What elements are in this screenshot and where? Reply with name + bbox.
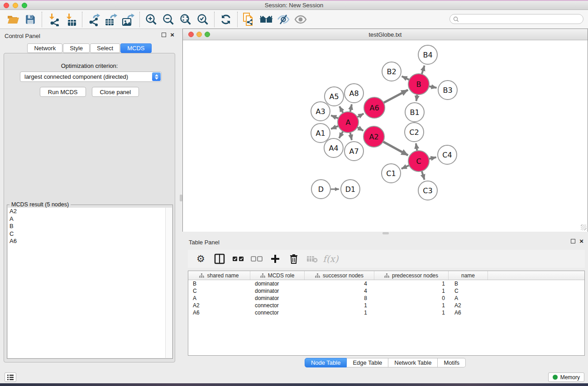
table-cell[interactable]: A bbox=[449, 295, 488, 302]
graph-edge-B-B2[interactable] bbox=[402, 76, 410, 81]
graph-node-C[interactable]: C bbox=[408, 151, 429, 172]
delete-table-button[interactable] bbox=[304, 251, 320, 267]
table-cell[interactable]: 8 bbox=[305, 295, 374, 302]
export-image-button[interactable] bbox=[120, 11, 137, 28]
table-cell[interactable]: connector bbox=[250, 302, 305, 309]
add-column-button[interactable] bbox=[267, 251, 283, 267]
mcds-result-item[interactable]: A bbox=[8, 215, 165, 223]
table-cell[interactable]: 1 bbox=[374, 302, 449, 309]
column-browser-button[interactable] bbox=[211, 251, 228, 267]
optimization-criterion-dropdown[interactable]: largest connected component (directed) bbox=[20, 71, 162, 82]
tab-style[interactable]: Style bbox=[63, 43, 90, 53]
open-session-home-button[interactable] bbox=[258, 11, 275, 28]
table-row[interactable]: Cdominator41C bbox=[188, 287, 584, 295]
table-cell[interactable]: C bbox=[449, 287, 488, 295]
run-mcds-button[interactable]: Run MCDS bbox=[40, 87, 86, 97]
graph-node-C1[interactable]: C1 bbox=[382, 164, 401, 183]
result-list-scrollbar[interactable] bbox=[165, 208, 172, 358]
horizontal-split-handle[interactable] bbox=[382, 232, 389, 234]
mcds-result-item[interactable]: C bbox=[8, 230, 165, 238]
graph-node-C3[interactable]: C3 bbox=[418, 181, 437, 200]
zoom-fit-button[interactable] bbox=[177, 11, 194, 28]
table-cell[interactable]: A6 bbox=[188, 309, 250, 316]
graph-node-A3[interactable]: A3 bbox=[311, 102, 330, 121]
close-panel-icon[interactable]: × bbox=[170, 33, 174, 37]
table-row[interactable]: Adominator80A bbox=[188, 295, 584, 302]
column-header-predecessor-nodes[interactable]: predecessor nodes bbox=[374, 271, 449, 280]
graph-node-A6[interactable]: A6 bbox=[364, 97, 385, 118]
graph-node-A5[interactable]: A5 bbox=[325, 87, 344, 106]
import-table-button[interactable] bbox=[62, 11, 79, 28]
graph-node-B2[interactable]: B2 bbox=[382, 62, 401, 81]
column-header-shared-name[interactable]: shared name bbox=[188, 271, 250, 280]
graph-node-B4[interactable]: B4 bbox=[418, 45, 437, 64]
graph-node-A7[interactable]: A7 bbox=[344, 142, 363, 161]
table-row[interactable]: Bdominator41B bbox=[188, 280, 584, 287]
table-cell[interactable]: A2 bbox=[449, 302, 488, 309]
unselect-all-columns-button[interactable] bbox=[248, 251, 265, 267]
graph-node-B[interactable]: B bbox=[408, 74, 429, 95]
graph-node-A2[interactable]: A2 bbox=[363, 126, 384, 147]
table-row[interactable]: A6connector11A6 bbox=[188, 309, 584, 316]
table-options-button[interactable]: ⚙ bbox=[192, 251, 209, 267]
table-cell[interactable]: 1 bbox=[374, 280, 449, 287]
zoom-in-button[interactable] bbox=[143, 11, 160, 28]
graph-node-D[interactable]: D bbox=[311, 180, 330, 199]
graph-node-A4[interactable]: A4 bbox=[324, 138, 343, 157]
show-task-history-button[interactable] bbox=[5, 372, 16, 382]
tab-edge-table[interactable]: Edge Table bbox=[347, 358, 388, 367]
table-cell[interactable]: dominator bbox=[250, 295, 305, 302]
tab-select[interactable]: Select bbox=[90, 43, 120, 53]
window-resize-grip[interactable] bbox=[581, 224, 587, 230]
node-table[interactable]: shared nameMCDS rolesuccessor nodesprede… bbox=[188, 271, 585, 356]
graph-node-A8[interactable]: A8 bbox=[344, 84, 363, 103]
table-cell[interactable]: A2 bbox=[188, 302, 250, 309]
mcds-result-item[interactable]: A6 bbox=[8, 238, 165, 245]
table-row[interactable]: A2connector11A2 bbox=[188, 302, 584, 309]
graph-node-C2[interactable]: C2 bbox=[405, 123, 424, 142]
table-cell[interactable]: A bbox=[188, 295, 250, 302]
float-panel-icon[interactable] bbox=[162, 33, 166, 37]
graph-edge-C-C3[interactable] bbox=[421, 170, 424, 180]
graph-node-C4[interactable]: C4 bbox=[438, 145, 457, 164]
search-field[interactable] bbox=[449, 14, 583, 24]
table-cell[interactable]: 4 bbox=[305, 280, 374, 287]
tab-mcds[interactable]: MCDS bbox=[120, 43, 151, 53]
table-cell[interactable]: dominator bbox=[250, 287, 305, 295]
main-titlebar[interactable]: Session: New Session bbox=[0, 1, 588, 10]
save-session-button[interactable] bbox=[22, 11, 39, 28]
tab-network-table[interactable]: Network Table bbox=[388, 358, 438, 367]
column-header-successor-nodes[interactable]: successor nodes bbox=[305, 271, 374, 280]
function-builder-button[interactable]: f(x) bbox=[322, 251, 339, 267]
column-header-name[interactable]: name bbox=[449, 271, 488, 280]
table-cell[interactable]: 1 bbox=[374, 287, 449, 295]
table-cell[interactable]: C bbox=[188, 287, 250, 295]
hide-panels-button[interactable] bbox=[275, 11, 292, 28]
mcds-result-item[interactable]: B bbox=[8, 223, 165, 230]
table-cell[interactable]: connector bbox=[250, 309, 305, 316]
table-cell[interactable]: 1 bbox=[305, 302, 374, 309]
close-table-panel-icon[interactable]: × bbox=[579, 239, 583, 243]
export-table-button[interactable] bbox=[102, 11, 120, 28]
open-file-button[interactable] bbox=[5, 11, 22, 28]
tab-node-table[interactable]: Node Table bbox=[305, 358, 347, 367]
table-cell[interactable]: 1 bbox=[305, 309, 374, 316]
zoom-selected-button[interactable] bbox=[194, 11, 211, 28]
export-network-button[interactable] bbox=[85, 11, 102, 28]
table-cell[interactable]: A6 bbox=[449, 309, 488, 316]
table-cell[interactable]: dominator bbox=[250, 280, 305, 287]
table-cell[interactable]: B bbox=[188, 280, 250, 287]
network-window-titlebar[interactable]: testGlobe.txt bbox=[183, 29, 588, 40]
graph-node-D1[interactable]: D1 bbox=[341, 180, 360, 199]
graph-edge-C-C1[interactable] bbox=[402, 165, 410, 168]
table-cell[interactable]: 4 bbox=[305, 287, 374, 295]
column-header-MCDS-role[interactable]: MCDS role bbox=[250, 271, 305, 280]
mcds-result-item[interactable]: A2 bbox=[8, 208, 165, 215]
graph-node-A[interactable]: A bbox=[338, 112, 359, 133]
table-cell[interactable]: B bbox=[449, 280, 488, 287]
refresh-button[interactable] bbox=[217, 11, 234, 28]
graph-node-B1[interactable]: B1 bbox=[405, 103, 424, 122]
float-table-panel-icon[interactable] bbox=[571, 239, 575, 243]
graph-node-B3[interactable]: B3 bbox=[438, 81, 457, 100]
new-session-from-network-button[interactable] bbox=[240, 11, 258, 28]
